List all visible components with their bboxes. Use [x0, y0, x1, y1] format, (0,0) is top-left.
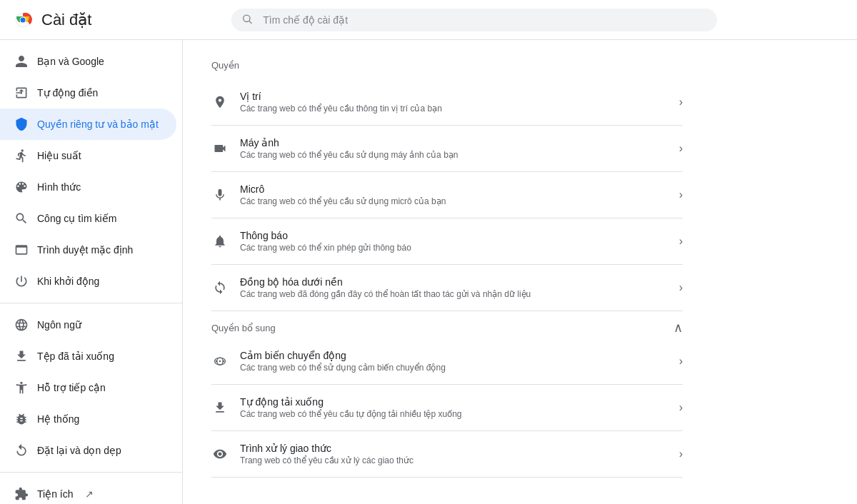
performance-icon: [14, 148, 29, 163]
perm-text-giao-thuc: Trình xử lý giao thức Trang web có thể y…: [240, 443, 668, 465]
main-content: Quyền Vị trí Các trang web có thể yêu cầ…: [183, 40, 857, 504]
section-title-quyen: Quyền: [211, 54, 683, 74]
motion-icon: [211, 353, 229, 370]
mic-icon: [211, 186, 229, 203]
search-icon: [241, 13, 253, 26]
perm-title: Vị trí: [240, 91, 668, 102]
sidebar-item-hieu-suat[interactable]: Hiệu suất: [0, 140, 176, 171]
header: Cài đặt: [0, 0, 857, 40]
perm-title: Micrô: [240, 183, 668, 195]
location-icon: [211, 94, 229, 111]
external-link-icon: ↗: [85, 488, 94, 500]
sidebar-item-extensions[interactable]: Tiện ích ↗: [0, 478, 176, 504]
perm-text-vi-tri: Vị trí Các trang web có thể yêu cầu thôn…: [240, 91, 668, 114]
shield-icon: [14, 117, 29, 131]
sidebar-item-label: Bạn và Google: [37, 56, 104, 67]
download-icon: [14, 349, 29, 363]
sidebar-item-tu-dong-dien[interactable]: Tự động điền: [0, 77, 176, 109]
sidebar-item-label: Hình thức: [37, 181, 81, 193]
search-bar: [231, 9, 717, 31]
permission-item-cam-bien[interactable]: Cảm biến chuyển động Các trang web có th…: [211, 338, 683, 385]
section-header-quyen-bo-sung[interactable]: Quyền bổ sung ∧: [211, 311, 683, 338]
sidebar-item-label: Tự động điền: [37, 87, 98, 99]
sidebar-item-label: Hệ thống: [37, 413, 79, 425]
system-icon: [14, 412, 29, 426]
permission-item-tu-dong-tai[interactable]: Tự động tải xuống Các trang web có thể y…: [211, 385, 683, 431]
sidebar-item-accessibility[interactable]: Hỗ trợ tiếp cận: [0, 372, 176, 403]
header-logo: Cài đặt: [11, 9, 91, 31]
chevron-right-icon: ›: [679, 96, 683, 109]
sidebar-item-label: Tệp đã tải xuống: [37, 351, 114, 362]
chevron-right-icon: ›: [679, 235, 683, 248]
sidebar-item-label: Hiệu suất: [37, 150, 81, 161]
sidebar-item-label: Ngôn ngữ: [37, 319, 81, 331]
svg-line-6: [249, 21, 251, 23]
perm-title: Tự động tải xuống: [240, 396, 668, 408]
chevron-right-icon: ›: [679, 448, 683, 460]
perm-title: Thông báo: [240, 230, 668, 241]
sidebar-divider-2: [0, 472, 182, 473]
chevron-right-icon: ›: [679, 281, 683, 294]
sidebar-item-label: Khi khởi động: [37, 276, 99, 287]
language-icon: [14, 318, 29, 332]
perm-desc: Các trang web có thể xin phép gửi thông …: [240, 243, 668, 253]
notification-icon: [211, 233, 229, 250]
svg-point-9: [219, 361, 221, 363]
sidebar-item-label: Trình duyệt mặc định: [37, 244, 133, 256]
reset-icon: [14, 443, 29, 458]
search-input[interactable]: [231, 9, 717, 31]
browser-icon: [14, 243, 29, 257]
perm-title: Máy ảnh: [240, 137, 668, 148]
perm-desc: Các trang web có thể yêu cầu tự động tải…: [240, 409, 668, 419]
body-layout: Bạn và Google Tự động điền Quyền riêng t…: [0, 40, 857, 504]
perm-desc: Các trang web có thể yêu cầu thông tin v…: [240, 104, 668, 114]
svg-point-5: [244, 15, 250, 21]
chevron-right-icon: ›: [679, 355, 683, 368]
permission-item-may-anh[interactable]: Máy ảnh Các trang web có thể yêu cầu sử …: [211, 126, 683, 172]
perm-text-cam-bien: Cảm biến chuyển động Các trang web có th…: [240, 350, 668, 373]
sync-icon: [211, 279, 229, 296]
sidebar-item-label: Công cụ tìm kiếm: [37, 213, 116, 224]
perm-text-thong-bao: Thông báo Các trang web có thể xin phép …: [240, 230, 668, 253]
permission-item-giao-thuc[interactable]: Trình xử lý giao thức Trang web có thể y…: [211, 431, 683, 478]
sidebar-item-label: Quyền riêng tư và bảo mật: [37, 119, 159, 130]
sidebar-item-trinh-duyet[interactable]: Trình duyệt mặc định: [0, 234, 176, 266]
perm-title: Đồng bộ hóa dưới nền: [240, 276, 668, 288]
perm-text-dong-bo: Đồng bộ hóa dưới nền Các trang web đã đó…: [240, 276, 668, 299]
perm-text-micro: Micrô Các trang web có thể yêu cầu sử dụ…: [240, 183, 668, 206]
chevron-right-icon: ›: [679, 188, 683, 201]
perm-desc: Các trang web có thể yêu cầu sử dụng máy…: [240, 150, 668, 160]
content-inner: Quyền Vị trí Các trang web có thể yêu cầ…: [183, 40, 711, 492]
perm-desc: Trang web có thể yêu cầu xử lý các giao …: [240, 455, 668, 465]
perm-title: Cảm biến chuyển động: [240, 350, 668, 361]
permission-item-micro[interactable]: Micrô Các trang web có thể yêu cầu sử dụ…: [211, 172, 683, 218]
sidebar-item-reset[interactable]: Đặt lại và dọn dẹp: [0, 435, 176, 466]
sidebar-item-cong-cu[interactable]: Công cụ tìm kiếm: [0, 203, 176, 234]
sidebar-item-downloads[interactable]: Tệp đã tải xuống: [0, 341, 176, 372]
page-title: Cài đặt: [41, 11, 91, 29]
sidebar-item-ban-va-google[interactable]: Bạn và Google: [0, 46, 176, 77]
palette-icon: [14, 180, 29, 194]
sidebar-item-khoi-dong[interactable]: Khi khởi động: [0, 266, 176, 297]
sidebar-item-hinh-thuc[interactable]: Hình thức: [0, 171, 176, 203]
sidebar-item-label: Tiện ích: [37, 488, 74, 500]
sidebar-item-ngon-ngu[interactable]: Ngôn ngữ: [0, 309, 176, 341]
permission-item-dong-bo[interactable]: Đồng bộ hóa dưới nền Các trang web đã đó…: [211, 265, 683, 311]
accessibility-icon: [14, 380, 29, 395]
sidebar-item-label: Hỗ trợ tiếp cận: [37, 382, 106, 393]
permission-item-vi-tri[interactable]: Vị trí Các trang web có thể yêu cầu thôn…: [211, 79, 683, 126]
perm-title: Trình xử lý giao thức: [240, 443, 668, 454]
collapse-icon: ∧: [673, 320, 683, 336]
chevron-right-icon: ›: [679, 142, 683, 155]
chrome-logo-icon: [11, 9, 34, 31]
person-icon: [14, 54, 29, 69]
power-icon: [14, 274, 29, 288]
sidebar-item-he-thong[interactable]: Hệ thống: [0, 403, 176, 435]
sidebar-item-label: Đặt lại và dọn dẹp: [37, 445, 121, 456]
sidebar-item-quyen-rieng-tu[interactable]: Quyền riêng tư và bảo mật: [0, 109, 176, 140]
autofill-icon: [14, 86, 29, 100]
chevron-right-icon: ›: [679, 401, 683, 414]
permission-item-thong-bao[interactable]: Thông báo Các trang web có thể xin phép …: [211, 218, 683, 265]
section-title-quyen-bo-sung: Quyền bổ sung: [211, 323, 276, 333]
protocol-icon: [211, 445, 229, 463]
